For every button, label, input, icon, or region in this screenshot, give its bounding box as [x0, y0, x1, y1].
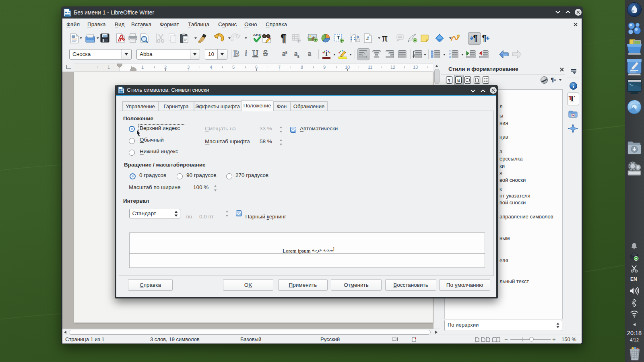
svg-text:a: a: [457, 77, 460, 83]
svg-text:T: T: [337, 35, 340, 41]
svg-text:i: i: [573, 83, 574, 89]
svg-text:2: 2: [449, 53, 451, 56]
svg-text:#: #: [366, 36, 369, 41]
svg-text:>_: >_: [629, 82, 633, 86]
svg-text:¶: ¶: [473, 34, 477, 42]
svg-text:¶: ¶: [448, 78, 450, 82]
svg-text:*: *: [415, 337, 417, 341]
svg-text:3: 3: [449, 56, 451, 58]
svg-text:¶: ¶: [482, 34, 486, 42]
svg-text:T: T: [324, 51, 328, 57]
